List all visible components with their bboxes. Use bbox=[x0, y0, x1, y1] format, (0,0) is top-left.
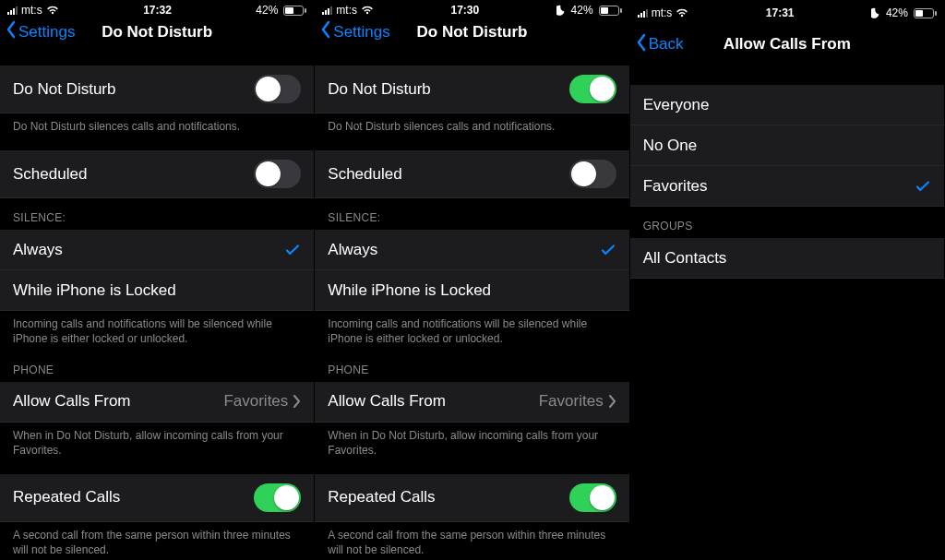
silence-always-label: Always bbox=[328, 241, 377, 259]
row-option-everyone[interactable]: Everyone bbox=[630, 85, 944, 125]
back-button[interactable]: Back bbox=[636, 33, 684, 56]
scheduled-switch[interactable] bbox=[569, 160, 616, 188]
dnd-footer: Do Not Disturb silences calls and notifi… bbox=[0, 113, 314, 137]
row-scheduled: Scheduled bbox=[0, 150, 314, 198]
panel-dnd-on: mt:s 17:30 42% Settings Do Not Disturb D… bbox=[315, 0, 629, 560]
row-allow-calls[interactable]: Allow Calls From Favorites bbox=[0, 382, 314, 423]
silence-footer: Incoming calls and notifications will be… bbox=[0, 311, 314, 350]
back-button[interactable]: Settings bbox=[6, 20, 75, 43]
wifi-icon bbox=[46, 6, 59, 15]
nav-bar: Settings Do Not Disturb bbox=[315, 20, 628, 43]
row-dnd-toggle: Do Not Disturb bbox=[315, 66, 628, 113]
dnd-label: Do Not Disturb bbox=[13, 80, 115, 99]
chevron-left-icon bbox=[6, 20, 17, 43]
option-label: Everyone bbox=[643, 96, 710, 114]
back-label: Back bbox=[649, 35, 684, 54]
back-label: Settings bbox=[18, 23, 75, 42]
check-icon bbox=[284, 242, 301, 258]
allow-calls-value: Favorites bbox=[223, 392, 288, 411]
signal-icon bbox=[322, 6, 332, 15]
silence-locked-label: While iPhone is Locked bbox=[328, 281, 491, 300]
group-label: All Contacts bbox=[643, 249, 727, 268]
row-silence-locked[interactable]: While iPhone is Locked bbox=[315, 270, 628, 311]
allow-calls-label: Allow Calls From bbox=[328, 392, 446, 411]
phone-header: PHONE bbox=[0, 351, 314, 382]
row-silence-locked[interactable]: While iPhone is Locked bbox=[0, 270, 314, 311]
status-bar: mt:s 17:31 42% bbox=[630, 4, 944, 22]
chevron-right-icon bbox=[293, 395, 301, 408]
status-bar: mt:s 17:32 42% bbox=[0, 4, 314, 17]
signal-icon bbox=[638, 8, 648, 18]
carrier-label: mt:s bbox=[336, 4, 357, 17]
wifi-icon bbox=[676, 8, 688, 18]
allow-calls-footer: When in Do Not Disturb, allow incoming c… bbox=[315, 423, 628, 461]
repeated-label: Repeated Calls bbox=[13, 488, 120, 506]
row-silence-always[interactable]: Always bbox=[315, 230, 628, 270]
wifi-icon bbox=[361, 6, 374, 15]
repeated-footer: A second call from the same person withi… bbox=[315, 522, 628, 560]
silence-locked-label: While iPhone is Locked bbox=[13, 281, 176, 300]
allow-calls-label: Allow Calls From bbox=[13, 392, 131, 411]
phone-header: PHONE bbox=[315, 351, 628, 382]
dnd-footer: Do Not Disturb silences calls and notifi… bbox=[315, 113, 628, 137]
row-allow-calls[interactable]: Allow Calls From Favorites bbox=[315, 382, 628, 423]
panel-allow-calls-from: mt:s 17:31 42% Back Allow Calls From Eve… bbox=[630, 0, 945, 560]
dnd-label: Do Not Disturb bbox=[328, 80, 430, 99]
nav-bar: Back Allow Calls From bbox=[630, 26, 944, 63]
row-option-favorites[interactable]: Favorites bbox=[630, 166, 944, 207]
repeated-footer: A second call from the same person withi… bbox=[0, 522, 314, 560]
row-option-noone[interactable]: No One bbox=[630, 125, 944, 166]
row-repeated: Repeated Calls bbox=[0, 474, 314, 522]
battery-icon bbox=[281, 6, 306, 16]
row-scheduled: Scheduled bbox=[315, 150, 628, 198]
back-label: Settings bbox=[333, 23, 389, 42]
repeated-label: Repeated Calls bbox=[328, 488, 435, 506]
battery-icon bbox=[912, 8, 937, 18]
panel-dnd-off: mt:s 17:32 42% Settings Do Not Disturb D… bbox=[0, 0, 315, 560]
silence-header: SILENCE: bbox=[0, 198, 314, 230]
battery-icon bbox=[597, 6, 622, 16]
silence-always-label: Always bbox=[13, 241, 63, 259]
carrier-label: mt:s bbox=[652, 6, 673, 19]
status-bar: mt:s 17:30 42% bbox=[315, 4, 628, 17]
row-repeated: Repeated Calls bbox=[315, 474, 628, 522]
row-silence-always[interactable]: Always bbox=[0, 230, 314, 270]
scheduled-label: Scheduled bbox=[13, 165, 87, 184]
silence-header: SILENCE: bbox=[315, 198, 628, 230]
back-button[interactable]: Settings bbox=[320, 20, 389, 43]
row-dnd-toggle: Do Not Disturb bbox=[0, 66, 314, 113]
battery-percent: 42% bbox=[256, 4, 278, 17]
dnd-switch[interactable] bbox=[569, 75, 616, 103]
scheduled-label: Scheduled bbox=[328, 165, 401, 184]
carrier-label: mt:s bbox=[21, 4, 42, 17]
chevron-left-icon bbox=[636, 33, 647, 56]
battery-percent: 42% bbox=[886, 6, 908, 19]
check-icon bbox=[915, 178, 931, 195]
check-icon bbox=[600, 242, 616, 258]
moon-icon bbox=[871, 7, 882, 18]
chevron-right-icon bbox=[609, 395, 616, 408]
allow-calls-footer: When in Do Not Disturb, allow incoming c… bbox=[0, 423, 314, 461]
clock: 17:31 bbox=[766, 6, 795, 19]
dnd-switch[interactable] bbox=[254, 75, 301, 103]
signal-icon bbox=[7, 6, 18, 15]
repeated-switch[interactable] bbox=[254, 483, 301, 512]
option-label: Favorites bbox=[643, 177, 708, 196]
chevron-left-icon bbox=[320, 20, 331, 43]
allow-calls-value: Favorites bbox=[539, 392, 604, 411]
clock: 17:30 bbox=[450, 4, 479, 17]
row-group-all-contacts[interactable]: All Contacts bbox=[630, 238, 944, 279]
battery-percent: 42% bbox=[571, 4, 593, 17]
option-label: No One bbox=[643, 137, 698, 155]
silence-footer: Incoming calls and notifications will be… bbox=[315, 311, 628, 350]
nav-bar: Settings Do Not Disturb bbox=[0, 20, 314, 43]
scheduled-switch[interactable] bbox=[254, 160, 301, 188]
repeated-switch[interactable] bbox=[569, 483, 616, 512]
moon-icon bbox=[556, 5, 568, 16]
clock: 17:32 bbox=[143, 4, 172, 17]
groups-header: GROUPS bbox=[630, 207, 944, 238]
